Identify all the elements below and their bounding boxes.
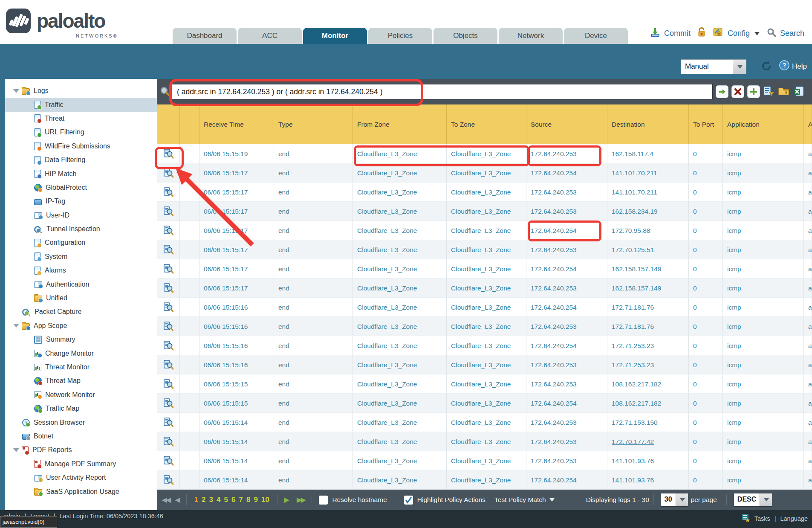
page-number-3[interactable]: 3 xyxy=(209,496,213,504)
cell-application[interactable]: icmp xyxy=(723,240,804,259)
sidebar-item-user-activity-report[interactable]: User Activity Report xyxy=(5,471,157,484)
cell-application[interactable]: icmp xyxy=(723,221,804,240)
cell-from-zone[interactable]: Cloudflare_L3_Zone xyxy=(353,298,447,317)
cell-to-zone[interactable]: Cloudflare_L3_Zone xyxy=(447,470,526,490)
log-detail-magnifier-icon[interactable] xyxy=(157,259,180,279)
test-policy-match-button[interactable]: Test Policy Match xyxy=(494,496,546,504)
load-filter-icon[interactable] xyxy=(778,85,790,97)
column-header-application[interactable]: Application xyxy=(723,104,804,144)
cell-time[interactable]: 06/06 15:15:16 xyxy=(199,317,274,336)
cell-action[interactable]: allow xyxy=(804,470,812,490)
log-detail-magnifier-icon[interactable] xyxy=(157,432,180,451)
page-number-9[interactable]: 9 xyxy=(254,496,257,504)
tab-objects[interactable]: Objects xyxy=(433,28,497,44)
cell-destination[interactable]: 141.101.93.76 xyxy=(607,470,689,490)
cell-from-zone[interactable]: Cloudflare_L3_Zone xyxy=(353,470,447,490)
per-page-caret-icon[interactable] xyxy=(676,493,688,506)
cell-action[interactable]: allow xyxy=(804,317,812,336)
cell-action[interactable]: allow xyxy=(804,202,812,221)
lock-icon[interactable] xyxy=(697,27,706,40)
cell-application[interactable]: icmp xyxy=(723,279,804,298)
sidebar-item-threat-map[interactable]: Threat Map xyxy=(5,374,157,388)
next-page-button[interactable]: ▶ xyxy=(284,496,289,504)
refresh-icon[interactable] xyxy=(760,60,772,74)
log-filter-input[interactable] xyxy=(171,84,713,99)
cell-action[interactable]: allow xyxy=(804,336,812,355)
cell-destination[interactable]: 162.158.117.4 xyxy=(607,144,689,163)
cell-source[interactable]: 172.64.240.253 xyxy=(526,183,607,202)
cell-to-zone[interactable]: Cloudflare_L3_Zone xyxy=(447,144,526,163)
cell-time[interactable]: 06/06 15:15:17 xyxy=(199,163,274,183)
sidebar-item-saas-application-usage[interactable]: SaaS Application Usage xyxy=(5,484,157,498)
cell-time[interactable]: 06/06 15:15:17 xyxy=(199,240,274,259)
sidebar-item-unified[interactable]: Unified xyxy=(5,291,157,305)
sidebar-item-logs[interactable]: Logs xyxy=(5,84,157,98)
cell-destination[interactable]: 172.70.95.88 xyxy=(607,221,689,240)
page-number-6[interactable]: 6 xyxy=(231,496,235,504)
cell-application[interactable]: icmp xyxy=(723,451,804,470)
sidebar-item-configuration[interactable]: Configuration xyxy=(5,236,157,249)
log-detail-magnifier-icon[interactable] xyxy=(157,355,180,374)
page-number-4[interactable]: 4 xyxy=(217,496,220,504)
sidebar-item-pdf-reports[interactable]: PDF Reports xyxy=(5,443,157,457)
cell-destination[interactable]: 172.70.177.42 xyxy=(607,432,689,451)
help-icon[interactable]: ? xyxy=(779,60,789,73)
cell-destination[interactable]: 162.158.234.19 xyxy=(607,202,689,221)
sidebar-item-traffic[interactable]: Traffic xyxy=(5,98,157,111)
sidebar-item-url-filtering[interactable]: URL Filtering xyxy=(5,125,157,139)
cell-to-zone[interactable]: Cloudflare_L3_Zone xyxy=(447,221,526,240)
config-caret-icon[interactable] xyxy=(754,32,760,35)
cell-source[interactable]: 172.64.240.253 xyxy=(526,374,607,394)
cell-application[interactable]: icmp xyxy=(723,336,804,355)
cell-from-zone[interactable]: Cloudflare_L3_Zone xyxy=(353,163,447,183)
page-number-10[interactable]: 10 xyxy=(261,496,269,504)
cell-destination[interactable]: 162.158.157.149 xyxy=(607,279,689,298)
per-page-select[interactable]: 30 xyxy=(661,493,688,507)
cell-time[interactable]: 06/06 15:15:14 xyxy=(199,470,274,490)
cell-application[interactable]: icmp xyxy=(723,183,804,202)
cell-application[interactable]: icmp xyxy=(723,374,804,394)
page-number-8[interactable]: 8 xyxy=(246,496,250,504)
cell-time[interactable]: 06/06 15:15:17 xyxy=(199,279,274,298)
cell-from-zone[interactable]: Cloudflare_L3_Zone xyxy=(353,240,447,259)
refresh-interval-caret-icon[interactable] xyxy=(733,60,746,74)
cell-time[interactable]: 06/06 15:15:14 xyxy=(199,451,274,470)
apply-filter-button[interactable] xyxy=(716,85,728,98)
last-page-button[interactable]: ▶▶ xyxy=(297,496,305,504)
sidebar-item-data-filtering[interactable]: Data Filtering xyxy=(5,153,157,167)
log-detail-magnifier-icon[interactable] xyxy=(157,144,180,163)
cell-application[interactable]: icmp xyxy=(723,470,804,490)
cell-application[interactable]: icmp xyxy=(723,298,804,317)
sidebar-item-alarms[interactable]: Alarms xyxy=(5,264,157,277)
cell-source[interactable]: 172.64.240.253 xyxy=(526,317,607,336)
tab-policies[interactable]: Policies xyxy=(368,28,432,44)
sort-order-select[interactable]: DESC xyxy=(734,493,772,507)
cell-destination[interactable]: 141.101.93.76 xyxy=(607,451,689,470)
filter-builder-icon[interactable] xyxy=(763,85,775,97)
log-detail-magnifier-icon[interactable] xyxy=(157,183,180,202)
config-button[interactable]: Config xyxy=(728,29,750,38)
sidebar-item-hip-match[interactable]: HIP Match xyxy=(5,167,157,180)
sidebar-item-network-monitor[interactable]: Network Monitor xyxy=(5,388,157,402)
cell-from-zone[interactable]: Cloudflare_L3_Zone xyxy=(353,432,447,451)
language-button[interactable]: Language xyxy=(780,515,808,522)
add-filter-button[interactable] xyxy=(747,85,760,98)
clear-filter-button[interactable] xyxy=(731,85,744,98)
cell-destination[interactable]: 172.71.181.76 xyxy=(607,317,689,336)
cell-application[interactable]: icmp xyxy=(723,317,804,336)
cell-time[interactable]: 06/06 15:15:17 xyxy=(199,259,274,279)
cell-from-zone[interactable]: Cloudflare_L3_Zone xyxy=(353,451,447,470)
sort-order-caret-icon[interactable] xyxy=(760,493,772,506)
cell-from-zone[interactable]: Cloudflare_L3_Zone xyxy=(353,336,447,355)
page-number-2[interactable]: 2 xyxy=(202,496,205,504)
cell-application[interactable]: icmp xyxy=(723,355,804,374)
sidebar-item-globalprotect[interactable]: GlobalProtect xyxy=(5,181,157,194)
cell-destination[interactable]: 141.101.70.211 xyxy=(607,183,689,202)
column-header-action[interactable]: Action xyxy=(804,104,812,144)
cell-source[interactable]: 172.64.240.254 xyxy=(526,336,607,355)
sidebar-item-traffic-map[interactable]: Traffic Map xyxy=(5,402,157,415)
cell-destination[interactable]: 108.162.217.182 xyxy=(607,394,689,413)
cell-source[interactable]: 172.64.240.253 xyxy=(526,240,607,259)
cell-action[interactable]: allow xyxy=(804,279,812,298)
sidebar-item-packet-capture[interactable]: Packet Capture xyxy=(5,305,157,319)
